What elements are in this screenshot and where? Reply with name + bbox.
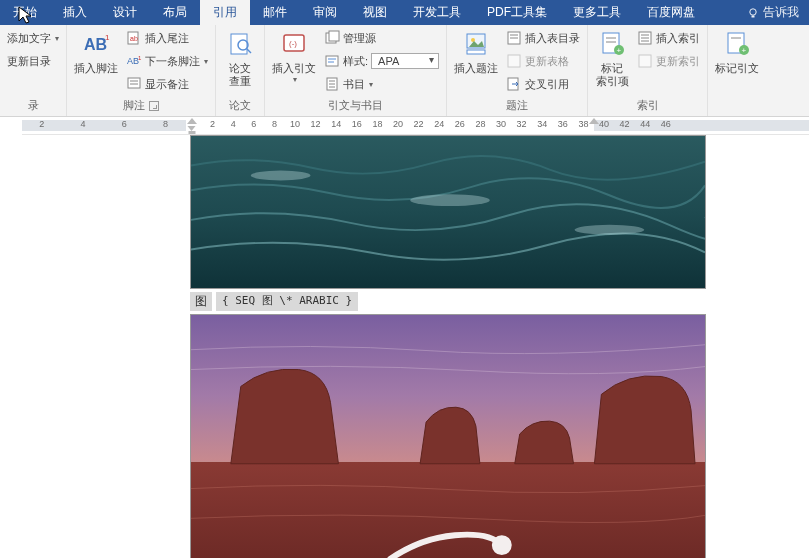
first-line-indent[interactable] xyxy=(187,118,197,124)
update-index-icon xyxy=(637,53,653,69)
insert-tof-button[interactable]: 插入表目录 xyxy=(503,27,583,49)
svg-text:+: + xyxy=(617,46,622,55)
svg-point-48 xyxy=(251,171,311,181)
insert-index-button[interactable]: 插入索引 xyxy=(634,27,703,49)
svg-point-0 xyxy=(750,8,756,14)
mark-citation-icon: + xyxy=(722,30,752,60)
caption-field[interactable]: 图 { SEQ 图 \* ARABIC } xyxy=(190,292,782,311)
svg-rect-18 xyxy=(326,56,338,66)
document-area[interactable]: 图 { SEQ 图 \* ARABIC } xyxy=(22,135,809,558)
style-value[interactable]: APA xyxy=(371,53,439,69)
tab-insert[interactable]: 插入 xyxy=(50,0,100,25)
svg-rect-26 xyxy=(467,50,485,54)
update-index-button[interactable]: 更新索引 xyxy=(634,50,703,72)
update-table-icon xyxy=(506,53,522,69)
tell-me-label: 告诉我 xyxy=(763,4,799,21)
svg-point-50 xyxy=(575,225,645,235)
group-index: + 标记 索引项 插入索引 更新索引 索引 xyxy=(588,25,708,116)
svg-text:1: 1 xyxy=(138,55,142,61)
tab-layout[interactable]: 布局 xyxy=(150,0,200,25)
endnote-icon: ab xyxy=(126,30,142,46)
svg-rect-11 xyxy=(231,34,247,54)
svg-text:AB: AB xyxy=(84,36,107,53)
hanging-indent[interactable] xyxy=(188,126,197,134)
group-toa: + 标记引文 xyxy=(708,25,766,116)
citation-style-select[interactable]: 样式:APA xyxy=(321,50,442,72)
mark-entry-icon: + xyxy=(597,30,627,60)
vertical-ruler[interactable] xyxy=(0,117,22,558)
ribbon: 添加文字▾ 更新目录 录 AB1 插入脚注 ab插入尾注 AB1下一条脚注▾ 显… xyxy=(0,25,809,117)
svg-text:+: + xyxy=(742,46,747,55)
mark-entry-button[interactable]: + 标记 索引项 xyxy=(592,27,632,96)
svg-text:(-): (-) xyxy=(289,39,297,48)
tab-pdf[interactable]: PDF工具集 xyxy=(474,0,560,25)
svg-text:1: 1 xyxy=(105,33,110,42)
tab-references[interactable]: 引用 xyxy=(200,0,250,25)
footnotes-launcher[interactable] xyxy=(149,101,159,111)
group-toc-label: 录 xyxy=(4,96,62,116)
manage-sources-button[interactable]: 管理源 xyxy=(321,27,442,49)
style-icon xyxy=(324,53,340,69)
tof-icon xyxy=(506,30,522,46)
caption-icon xyxy=(461,30,491,60)
tab-more[interactable]: 更多工具 xyxy=(560,0,634,25)
svg-rect-42 xyxy=(639,55,651,67)
svg-point-49 xyxy=(410,194,490,206)
insert-caption-button[interactable]: 插入题注 xyxy=(451,27,501,96)
cross-ref-button[interactable]: 交叉引用 xyxy=(503,73,583,95)
right-indent[interactable] xyxy=(589,118,599,124)
insert-citation-button[interactable]: (-) 插入引文▾ xyxy=(269,27,319,96)
bibliography-icon xyxy=(324,76,340,92)
image-ocean[interactable] xyxy=(190,135,706,289)
horizontal-ruler[interactable]: 8642246810121416182022242628303234363840… xyxy=(0,117,809,135)
tell-me[interactable]: 告诉我 xyxy=(737,4,809,21)
cross-ref-icon xyxy=(506,76,522,92)
caption-label: 图 xyxy=(190,292,212,311)
group-research: 论文 查重 论文 xyxy=(216,25,265,116)
insert-index-icon xyxy=(637,30,653,46)
group-index-label: 索引 xyxy=(592,96,703,116)
tab-developer[interactable]: 开发工具 xyxy=(400,0,474,25)
group-citations-label: 引文与书目 xyxy=(269,96,442,116)
group-captions-label: 题注 xyxy=(451,96,583,116)
svg-rect-52 xyxy=(191,462,705,558)
field-code: { SEQ 图 \* ARABIC } xyxy=(216,292,358,311)
show-notes-button[interactable]: 显示备注 xyxy=(123,73,211,95)
svg-text:ab: ab xyxy=(130,35,138,42)
group-footnotes: AB1 插入脚注 ab插入尾注 AB1下一条脚注▾ 显示备注 脚注 xyxy=(67,25,216,116)
svg-point-53 xyxy=(495,538,509,552)
add-text-button[interactable]: 添加文字▾ xyxy=(4,27,62,49)
tab-view[interactable]: 视图 xyxy=(350,0,400,25)
svg-rect-1 xyxy=(752,15,755,17)
insert-endnote-button[interactable]: ab插入尾注 xyxy=(123,27,211,49)
update-toc-button[interactable]: 更新目录 xyxy=(4,50,62,72)
tab-design[interactable]: 设计 xyxy=(100,0,150,25)
manage-sources-icon xyxy=(324,30,340,46)
update-table-button[interactable]: 更新表格 xyxy=(503,50,583,72)
footnote-icon: AB1 xyxy=(81,30,111,60)
ribbon-tabs: 开始 插入 设计 布局 引用 邮件 审阅 视图 开发工具 PDF工具集 更多工具… xyxy=(0,0,809,25)
svg-rect-31 xyxy=(508,55,520,67)
paper-check-button[interactable]: 论文 查重 xyxy=(220,27,260,96)
bibliography-button[interactable]: 书目▾ xyxy=(321,73,442,95)
tab-home[interactable]: 开始 xyxy=(0,0,50,25)
insert-footnote-button[interactable]: AB1 插入脚注 xyxy=(71,27,121,96)
tab-review[interactable]: 审阅 xyxy=(300,0,350,25)
image-desert[interactable] xyxy=(190,314,706,558)
svg-rect-8 xyxy=(128,78,140,88)
tab-mailings[interactable]: 邮件 xyxy=(250,0,300,25)
next-footnote-icon: AB1 xyxy=(126,53,142,69)
show-notes-icon xyxy=(126,76,142,92)
next-footnote-button[interactable]: AB1下一条脚注▾ xyxy=(123,50,211,72)
group-research-label: 论文 xyxy=(220,96,260,116)
mark-citation-button[interactable]: + 标记引文 xyxy=(712,27,762,99)
citation-icon: (-) xyxy=(279,30,309,60)
group-footnotes-label: 脚注 xyxy=(123,98,145,113)
group-citations: (-) 插入引文▾ 管理源 样式:APA 书目▾ 引文与书目 xyxy=(265,25,447,116)
page: 图 { SEQ 图 \* ARABIC } xyxy=(82,135,782,558)
magnify-doc-icon xyxy=(225,30,255,60)
group-toc: 添加文字▾ 更新目录 录 xyxy=(0,25,67,116)
bulb-icon xyxy=(747,7,759,19)
svg-line-13 xyxy=(247,49,251,53)
tab-baidu[interactable]: 百度网盘 xyxy=(634,0,708,25)
